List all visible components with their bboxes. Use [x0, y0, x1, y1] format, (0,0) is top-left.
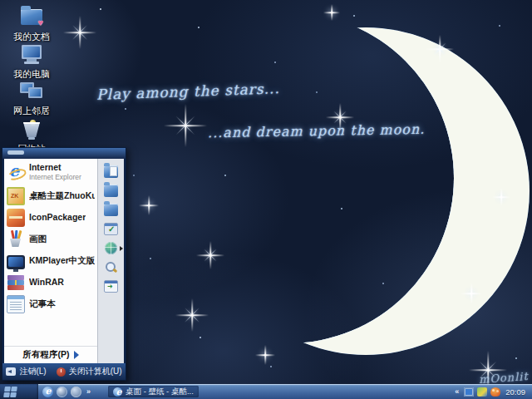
wallpaper-text-line2: ...and dream upon the moon.	[208, 121, 426, 141]
quick-launch-bar: »	[38, 384, 96, 399]
turn-off-computer-button[interactable]: 关闭计算机(U)	[57, 366, 122, 377]
all-programs-label: 所有程序(P)	[23, 349, 70, 361]
start-menu-footer: 注销(L) 关闭计算机(U)	[2, 363, 126, 380]
star-sparkle	[487, 369, 489, 371]
menu-item-my-pictures[interactable]	[98, 181, 124, 200]
menu-item-label: 画图	[29, 234, 47, 244]
quick-launch-overflow-chevron[interactable]: »	[85, 387, 92, 396]
notepad-icon	[7, 295, 25, 313]
menu-item-label: KMPlayer中文版	[29, 256, 95, 265]
control-panel-icon	[104, 223, 118, 235]
my-music-icon	[104, 204, 118, 216]
menu-item-my-documents[interactable]	[98, 162, 124, 181]
quick-launch-internet-explorer-icon[interactable]	[42, 387, 53, 397]
star-sparkle	[79, 32, 81, 33]
tray-messenger-icon[interactable]	[490, 387, 500, 397]
menu-item-internet[interactable]: Internet Internet Explorer	[4, 159, 97, 185]
start-button[interactable]	[0, 384, 38, 399]
network-places-icon	[19, 78, 44, 103]
log-off-button[interactable]: 注销(L)	[6, 366, 46, 377]
start-menu-pinned-list: Internet Internet Explorer 桌酷主题ZhuoKu.Co…	[4, 159, 98, 363]
star-sparkle	[209, 254, 211, 256]
my-computer-icon	[19, 42, 44, 66]
turn-off-label: 关闭计算机(U)	[69, 366, 122, 377]
menu-item-label: IconPackager	[29, 213, 86, 222]
menu-item-notepad[interactable]: 记事本	[4, 293, 97, 315]
taskbar-clock: 20:09	[504, 387, 528, 397]
task-button-label: 桌面 - 壁纸 - 桌酷...	[126, 387, 194, 397]
connect-to-icon	[105, 242, 117, 254]
start-menu-places-list	[98, 159, 124, 363]
kmplayer-icon	[7, 255, 25, 269]
menu-item-my-music[interactable]	[98, 200, 124, 219]
internet-explorer-icon	[7, 163, 25, 181]
my-documents-icon: ♥	[19, 4, 44, 29]
iconpackager-icon	[7, 209, 25, 227]
start-menu-username	[7, 150, 24, 155]
all-programs-arrow-icon	[74, 351, 79, 359]
menu-item-zhuoku[interactable]: 桌酷主题ZhuoKu.Com	[4, 185, 97, 207]
quick-launch-show-desktop-icon[interactable]	[71, 387, 81, 397]
desktop-icon-my-computer[interactable]: 我的电脑	[3, 42, 60, 81]
tray-input-method-icon[interactable]	[477, 387, 487, 397]
star-sparkle	[439, 48, 441, 50]
star-sparkle	[264, 354, 266, 356]
star-sparkle	[470, 293, 472, 294]
desktop-icon-network-places[interactable]: 网上邻居	[3, 78, 60, 117]
star-sparkle	[148, 204, 150, 206]
menu-item-iconpackager[interactable]: IconPackager	[4, 207, 97, 229]
system-tray: « 20:09	[453, 384, 532, 399]
star-sparkle	[339, 116, 341, 118]
winrar-icon	[7, 273, 25, 292]
quick-launch-media-player-icon[interactable]	[57, 387, 67, 397]
menu-item-label: 桌酷主题ZhuoKu.Com	[29, 191, 95, 200]
my-documents-icon	[104, 165, 118, 178]
star-sparkle	[185, 125, 186, 126]
paint-icon	[7, 230, 25, 249]
power-icon	[57, 367, 66, 377]
menu-item-connect-to[interactable]	[98, 239, 124, 258]
menu-item-kmplayer[interactable]: KMPlayer中文版	[4, 250, 97, 272]
star-sparkle	[191, 314, 193, 316]
menu-item-label: WinRAR	[29, 278, 64, 287]
menu-item-sublabel: Internet Explorer	[29, 173, 81, 181]
desktop-icon-my-documents[interactable]: ♥ 我的文档	[3, 4, 60, 43]
internet-explorer-icon	[113, 387, 122, 397]
star-sparkle	[331, 12, 332, 13]
all-programs-button[interactable]: 所有程序(P)	[4, 346, 97, 363]
star-sparkle	[500, 196, 502, 198]
start-menu: Internet Internet Explorer 桌酷主题ZhuoKu.Co…	[2, 147, 126, 381]
menu-item-control-panel[interactable]	[98, 219, 124, 239]
background-stars	[100, 8, 101, 10]
windows-flag-icon	[3, 387, 17, 397]
menu-item-search[interactable]	[98, 258, 124, 277]
tray-network-icon[interactable]	[464, 387, 474, 397]
start-menu-header	[2, 148, 126, 159]
my-pictures-icon	[104, 185, 118, 197]
menu-item-paint[interactable]: 画图	[4, 229, 97, 250]
run-icon	[104, 280, 118, 293]
search-icon	[104, 261, 118, 273]
recycle-bin-icon	[19, 116, 44, 141]
menu-item-label: 记事本	[29, 299, 56, 308]
task-button-desktop-wallpaper[interactable]: 桌面 - 壁纸 - 桌酷...	[108, 386, 199, 397]
wallpaper-text-line1: Play among the stars...	[96, 80, 280, 103]
log-off-icon	[6, 367, 16, 376]
zhuoku-theme-icon	[7, 187, 25, 205]
menu-item-winrar[interactable]: WinRAR	[4, 272, 97, 293]
menu-item-label: Internet	[29, 163, 62, 172]
tray-collapse-chevron[interactable]: «	[453, 387, 461, 396]
submenu-arrow-icon	[120, 246, 123, 251]
log-off-label: 注销(L)	[19, 366, 46, 377]
menu-item-run[interactable]	[98, 277, 124, 296]
desktop-icon-label: 网上邻居	[13, 105, 50, 117]
taskbar: » 桌面 - 壁纸 - 桌酷... « 20:09	[0, 384, 532, 399]
